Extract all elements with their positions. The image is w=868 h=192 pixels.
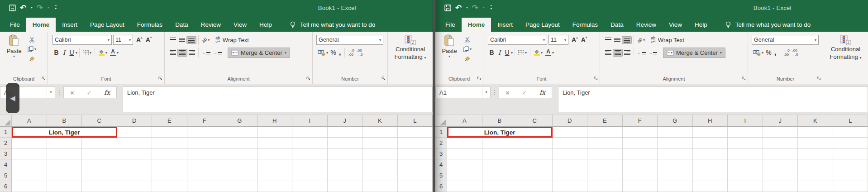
tab-page-layout[interactable]: Page Layout [519,18,566,32]
grid-cell[interactable] [517,149,553,159]
row-header-4[interactable]: 4 [435,159,447,170]
grid-cell[interactable] [447,181,482,192]
grid-cell[interactable] [328,181,363,192]
grid-cell[interactable] [553,181,588,192]
font-color-dropdown[interactable]: ▾ [552,51,554,55]
copy-dropdown[interactable]: ▾ [34,47,36,51]
grid-cell[interactable] [693,138,728,149]
grid-cell[interactable] [292,138,328,149]
grid-cell[interactable] [12,138,47,149]
copy-button[interactable]: ▾ [462,45,473,53]
grid-cell[interactable] [798,170,833,181]
column-header-i[interactable]: I [292,115,328,127]
fill-color-dropdown[interactable]: ▾ [105,51,107,55]
column-header-j[interactable]: J [328,115,363,127]
grid-cell[interactable] [833,149,868,159]
grid-cell[interactable] [187,170,223,181]
tab-formulas[interactable]: Formulas [566,18,604,32]
name-box-dropdown[interactable]: ▾ [482,87,490,98]
grid-cell[interactable] [222,159,258,170]
grid-cell[interactable] [328,127,363,138]
borders-button[interactable]: ▾ [517,49,528,56]
column-header-g[interactable]: G [222,115,258,127]
bold-button[interactable]: B [52,49,60,56]
tab-formulas[interactable]: Formulas [131,18,169,32]
back-nav-overlay-button[interactable]: ◀ [6,83,19,113]
accounting-format-button[interactable]: ▾ [316,49,329,57]
grid-cell[interactable] [362,138,398,149]
increase-font-size-button[interactable]: A▴ [136,36,143,43]
grid-cell[interactable] [482,170,518,181]
font-color-dropdown[interactable]: ▾ [117,51,119,55]
orientation-button[interactable]: ab▾ [200,37,211,43]
format-painter-button[interactable] [462,55,473,62]
undo-button[interactable]: ↶ [455,4,462,12]
font-color-button[interactable]: A ▾ [544,48,555,57]
column-header-g[interactable]: G [658,115,693,127]
merge-and-center-button[interactable]: Merge & Center ▾ [228,48,290,58]
grid-cell[interactable] [447,170,482,181]
tab-data[interactable]: Data [169,18,195,32]
grid-cell[interactable] [728,159,763,170]
grid-cell[interactable] [187,127,223,138]
increase-indent-button[interactable]: → [212,49,223,56]
grid-cell[interactable] [117,149,153,159]
grid-cell[interactable] [398,181,433,192]
orientation-dropdown[interactable]: ▾ [643,38,645,42]
column-header-c[interactable]: C [82,115,117,127]
orientation-dropdown[interactable]: ▾ [208,38,210,42]
grid-cell[interactable] [658,138,693,149]
grid-cell[interactable] [658,159,693,170]
grid-cell[interactable] [152,149,187,159]
grid-cell[interactable] [763,181,798,192]
grid-cell[interactable] [798,138,833,149]
grid-cell[interactable] [258,159,293,170]
font-size-select[interactable]: 11 ▾ [548,35,568,45]
grid-cell[interactable] [187,181,223,192]
font-name-select[interactable]: Calibri ▾ [488,35,547,45]
grid-cell[interactable] [117,127,153,138]
center-button[interactable] [613,49,623,57]
grid-cell[interactable] [728,149,763,159]
grid-cell[interactable] [222,170,258,181]
undo-button[interactable]: ↶ [20,4,26,12]
row-header-5[interactable]: 5 [435,170,447,181]
copy-dropdown[interactable]: ▾ [470,47,472,51]
underline-dropdown[interactable]: ▾ [76,51,77,55]
insert-function-button[interactable]: fx [539,89,545,96]
middle-align-button[interactable] [613,37,622,43]
tab-file[interactable]: File [4,18,26,32]
top-align-button[interactable] [604,37,613,43]
grid-cell[interactable] [82,159,117,170]
grid-cell[interactable] [482,181,518,192]
decrease-indent-button[interactable]: ← [200,49,212,56]
grid-cell[interactable] [833,127,868,138]
grid-cell[interactable] [187,149,223,159]
grid-cell[interactable] [587,127,623,138]
cancel-button[interactable]: × [506,89,510,96]
grid-cell[interactable] [798,181,833,192]
underline-button[interactable]: U [503,49,511,56]
grid-cell[interactable] [222,149,258,159]
grid-cell[interactable] [728,127,763,138]
column-header-k[interactable]: K [362,115,398,127]
grid-cell[interactable] [623,149,658,159]
tab-view[interactable]: View [663,18,688,32]
decrease-indent-button[interactable]: ← [636,49,647,56]
column-header-d[interactable]: D [117,115,153,127]
save-button[interactable] [444,5,451,11]
grid-cell[interactable] [447,138,482,149]
bold-button[interactable]: B [488,49,496,56]
insert-function-button[interactable]: fx [104,89,110,96]
top-align-button[interactable] [168,37,177,43]
grid-cell[interactable] [553,159,588,170]
grid-cell[interactable] [258,181,293,192]
grid-cell[interactable] [12,149,47,159]
tab-help[interactable]: Help [688,18,714,32]
tab-review[interactable]: Review [630,18,663,32]
align-left-button[interactable] [604,49,613,56]
comma-style-button[interactable]: , [773,50,778,55]
redo-button[interactable]: ↷ [37,4,43,12]
grid-cell[interactable] [833,170,868,181]
customize-qat-button[interactable]: ▾ [55,5,57,10]
